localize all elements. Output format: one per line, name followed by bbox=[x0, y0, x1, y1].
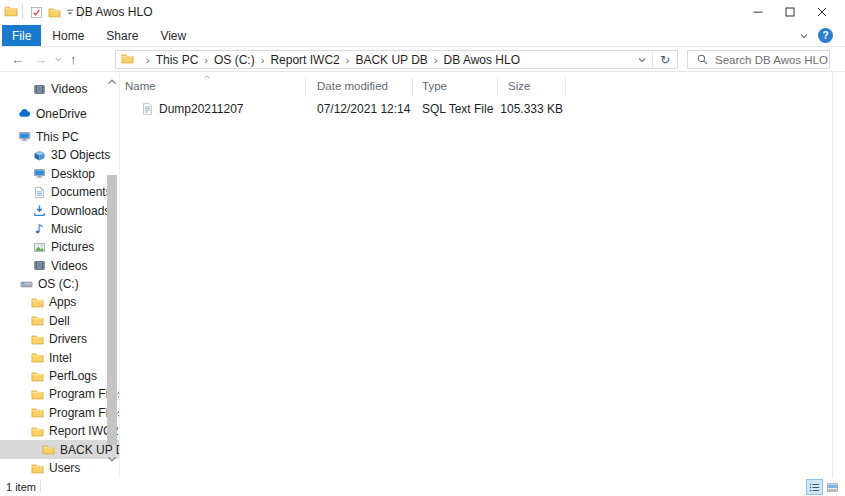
navigation-pane: Videos OneDrive This PC 3D Objects Deskt… bbox=[0, 80, 119, 478]
close-button[interactable] bbox=[807, 0, 837, 23]
details-view-icon bbox=[808, 481, 821, 494]
sidebar-item-program-files[interactable]: Program Files bbox=[0, 385, 119, 403]
folder-icon bbox=[31, 333, 44, 346]
explorer-window: DB Awos HLO File Home Share View ? ← → ↑… bbox=[0, 0, 845, 496]
maximize-button[interactable] bbox=[775, 0, 805, 23]
recent-locations-button[interactable] bbox=[52, 50, 65, 69]
tab-view[interactable]: View bbox=[149, 25, 197, 46]
sidebar-item-this-pc[interactable]: This PC bbox=[0, 128, 119, 146]
ribbon-tab-bar: File Home Share View bbox=[0, 25, 845, 47]
film-icon bbox=[33, 259, 46, 272]
toolbar-separator bbox=[22, 5, 23, 19]
details-view-button[interactable] bbox=[806, 479, 823, 495]
help-button[interactable]: ? bbox=[818, 28, 833, 43]
sidebar-item-3d-objects[interactable]: 3D Objects bbox=[0, 146, 119, 164]
document-icon bbox=[33, 186, 46, 199]
window-title: DB Awos HLO bbox=[76, 5, 152, 19]
file-name[interactable]: Dump20211207 bbox=[159, 102, 244, 116]
qat-properties-button[interactable] bbox=[27, 3, 45, 21]
sidebar-item-documents[interactable]: Documents bbox=[0, 183, 119, 201]
breadcrumb-separator: › bbox=[261, 54, 265, 66]
film-icon bbox=[33, 83, 46, 96]
refresh-button[interactable]: ↻ bbox=[653, 51, 677, 68]
tab-file[interactable]: File bbox=[2, 25, 41, 46]
column-separator[interactable] bbox=[412, 78, 413, 97]
large-icons-view-button[interactable] bbox=[824, 479, 841, 495]
customize-dropdown-icon bbox=[65, 7, 75, 17]
address-bar[interactable]: › This PC › OS (C:) › Report IWC2 › BACK… bbox=[115, 50, 678, 69]
search-icon bbox=[696, 53, 709, 66]
sidebar-scroll-up-icon[interactable] bbox=[106, 76, 118, 88]
sort-ascending-icon bbox=[202, 73, 212, 81]
sidebar-item-dell[interactable]: Dell bbox=[0, 312, 119, 330]
monitor-icon bbox=[33, 167, 46, 180]
title-bar: DB Awos HLO bbox=[0, 0, 845, 25]
sidebar-scroll-down-icon[interactable] bbox=[106, 453, 118, 465]
minimize-button[interactable] bbox=[743, 0, 773, 23]
column-separator[interactable] bbox=[565, 78, 566, 97]
folder-icon bbox=[31, 351, 44, 364]
thumbnail-view-icon bbox=[826, 481, 839, 494]
chevron-down-icon bbox=[799, 31, 809, 41]
status-bar: 1 item bbox=[0, 478, 845, 496]
up-button[interactable]: ↑ bbox=[65, 50, 82, 69]
computer-icon bbox=[18, 130, 31, 143]
sidebar-item-report-iwc2[interactable]: Report IWC2 bbox=[0, 422, 119, 440]
tab-home[interactable]: Home bbox=[41, 25, 95, 46]
sidebar-item-pictures[interactable]: Pictures bbox=[0, 238, 119, 256]
folder-icon bbox=[31, 406, 44, 419]
breadcrumb-separator: › bbox=[146, 54, 150, 66]
navigation-buttons: ← → ↑ bbox=[6, 50, 82, 69]
breadcrumb-os-c[interactable]: OS (C:) bbox=[214, 53, 255, 67]
sidebar-item-music[interactable]: Music bbox=[0, 220, 119, 238]
sidebar-item-back-up-db[interactable]: BACK UP DB bbox=[0, 440, 119, 458]
sidebar-item-videos[interactable]: Videos bbox=[0, 257, 119, 275]
folder-icon bbox=[31, 370, 44, 383]
breadcrumb-this-pc[interactable]: This PC bbox=[156, 53, 199, 67]
minimize-icon bbox=[752, 6, 764, 18]
column-separator[interactable] bbox=[497, 78, 498, 97]
tab-share[interactable]: Share bbox=[95, 25, 149, 46]
column-header-date-modified[interactable]: Date modified bbox=[317, 80, 388, 97]
folder-icon bbox=[48, 6, 61, 19]
breadcrumb-separator: › bbox=[346, 54, 350, 66]
folder-icon bbox=[121, 52, 134, 68]
folder-icon bbox=[31, 388, 44, 401]
breadcrumb-db-awos-hlo[interactable]: DB Awos HLO bbox=[444, 53, 520, 67]
sidebar-item-downloads[interactable]: Downloads bbox=[0, 201, 119, 219]
column-header-type[interactable]: Type bbox=[422, 80, 447, 97]
sidebar-item-videos-quickaccess[interactable]: Videos bbox=[0, 80, 119, 98]
breadcrumb-separator: › bbox=[434, 54, 438, 66]
onedrive-cloud-icon bbox=[18, 107, 31, 120]
sidebar-item-apps[interactable]: Apps bbox=[0, 293, 119, 311]
folder-icon bbox=[31, 425, 44, 438]
qat-new-folder-button[interactable] bbox=[45, 3, 63, 21]
ribbon-expand-button[interactable] bbox=[797, 29, 811, 43]
file-size: 105.333 KB bbox=[497, 102, 563, 116]
sidebar-item-users[interactable]: Users bbox=[0, 459, 119, 477]
sidebar-item-onedrive[interactable]: OneDrive bbox=[0, 104, 119, 122]
breadcrumb: › This PC › OS (C:) › Report IWC2 › BACK… bbox=[140, 53, 632, 67]
qat-customize-button[interactable] bbox=[63, 3, 77, 21]
sidebar-item-desktop[interactable]: Desktop bbox=[0, 165, 119, 183]
back-button[interactable]: ← bbox=[6, 50, 29, 69]
sidebar-item-drivers[interactable]: Drivers bbox=[0, 330, 119, 348]
sidebar-item-os-c[interactable]: OS (C:) bbox=[0, 275, 119, 293]
forward-button[interactable]: → bbox=[29, 50, 52, 69]
address-dropdown-button[interactable] bbox=[632, 51, 652, 68]
column-header-size[interactable]: Size bbox=[508, 80, 530, 97]
sidebar-item-program-files-x86[interactable]: Program Files ( bbox=[0, 404, 119, 422]
sidebar-item-intel[interactable]: Intel bbox=[0, 348, 119, 366]
breadcrumb-report-iwc2[interactable]: Report IWC2 bbox=[270, 53, 339, 67]
column-separator[interactable] bbox=[305, 78, 306, 97]
sidebar-item-perflogs[interactable]: PerfLogs bbox=[0, 367, 119, 385]
drive-icon bbox=[20, 278, 33, 291]
breadcrumb-separator: › bbox=[204, 54, 208, 66]
column-header-name[interactable]: Name bbox=[125, 80, 156, 97]
file-row[interactable]: Dump20211207 07/12/2021 12:14 SQL Text F… bbox=[125, 100, 825, 118]
chevron-down-icon bbox=[637, 55, 647, 65]
sidebar-scrollbar-thumb[interactable] bbox=[107, 175, 117, 445]
breadcrumb-back-up-db[interactable]: BACK UP DB bbox=[355, 53, 427, 67]
search-input[interactable]: Search DB Awos HLO bbox=[687, 50, 830, 69]
app-folder-icon bbox=[4, 4, 18, 21]
